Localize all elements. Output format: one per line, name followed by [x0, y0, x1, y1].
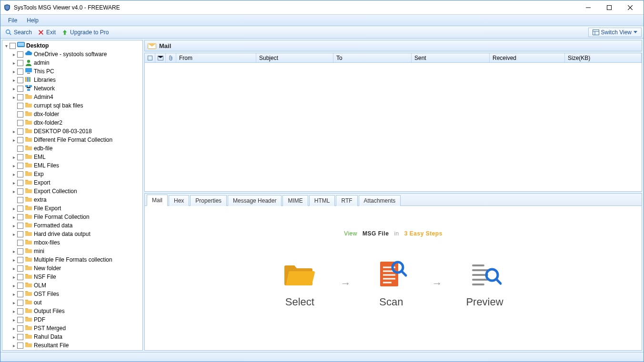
tree-expand-icon[interactable]: ▾ — [3, 43, 9, 49]
tree-node[interactable]: ▸Multiple File Formats collection — [2, 255, 142, 264]
tab-html[interactable]: HTML — [309, 195, 335, 206]
tab-hex[interactable]: Hex — [169, 195, 189, 206]
tree-expand-icon[interactable]: ▸ — [11, 266, 17, 271]
tree-expand-icon[interactable]: ▸ — [11, 60, 17, 66]
tree-node[interactable]: ▸Resultant File — [2, 341, 142, 350]
tree-expand-icon[interactable]: ▸ — [11, 172, 17, 177]
menu-file[interactable]: File — [3, 16, 22, 25]
tree-checkbox[interactable] — [17, 274, 23, 280]
col-attachment-icon[interactable] — [166, 53, 176, 62]
tree-expand-icon[interactable]: ▸ — [11, 317, 17, 323]
tree-checkbox[interactable] — [17, 60, 23, 66]
menu-help[interactable]: Help — [22, 16, 43, 25]
tree-checkbox[interactable] — [17, 197, 23, 203]
tree-node[interactable]: ▸Libraries — [2, 76, 142, 84]
tree-node[interactable]: ▸PST Merged — [2, 324, 142, 333]
folder-tree-panel[interactable]: ▾Desktop▸OneDrive - systools software▸ad… — [2, 40, 143, 351]
tree-expand-icon[interactable]: ▸ — [11, 343, 17, 348]
tree-expand-icon[interactable]: ▸ — [11, 292, 17, 297]
tree-checkbox[interactable] — [17, 214, 23, 220]
col-from[interactable]: From — [176, 53, 256, 62]
tab-attachments[interactable]: Attachments — [359, 195, 401, 206]
tree-checkbox[interactable] — [17, 171, 23, 177]
tree-checkbox[interactable] — [17, 188, 23, 195]
tree-expand-icon[interactable]: ▸ — [11, 334, 17, 340]
tree-node[interactable]: ▸File Format Collection — [2, 213, 142, 221]
tree-expand-icon[interactable]: ▸ — [11, 257, 17, 263]
tree-expand-icon[interactable]: ▸ — [11, 274, 17, 280]
tree-node[interactable]: ▸extra — [2, 196, 142, 204]
switch-view-button[interactable]: Switch View — [588, 28, 642, 37]
tree-expand-icon[interactable]: ▸ — [11, 249, 17, 254]
minimize-button[interactable] — [578, 1, 599, 14]
tree-expand-icon[interactable]: ▸ — [11, 137, 17, 143]
close-button[interactable] — [620, 1, 641, 14]
maximize-button[interactable] — [599, 1, 620, 14]
tree-checkbox[interactable] — [17, 163, 23, 169]
col-to[interactable]: To — [333, 53, 412, 62]
tab-mime[interactable]: MIME — [282, 195, 308, 206]
tree-expand-icon[interactable]: ▸ — [11, 309, 17, 314]
tab-message-header[interactable]: Message Header — [228, 195, 282, 206]
tree-node[interactable]: ▸dbx-folder2 — [2, 118, 142, 127]
tree-checkbox[interactable] — [17, 325, 23, 332]
tree-expand-icon[interactable]: ▸ — [11, 52, 17, 57]
tree-node[interactable]: ▸New folder — [2, 264, 142, 273]
tree-checkbox[interactable] — [17, 317, 23, 323]
tree-node[interactable]: ▸OLM — [2, 281, 142, 290]
tree-node[interactable]: ▸out — [2, 298, 142, 307]
tree-checkbox[interactable] — [17, 300, 23, 306]
tree-checkbox[interactable] — [17, 342, 23, 349]
tree-expand-icon[interactable]: ▸ — [11, 95, 17, 100]
tree-checkbox[interactable] — [17, 205, 23, 212]
tree-expand-icon[interactable]: ▸ — [11, 155, 17, 160]
tree-node[interactable]: ▸PDF — [2, 315, 142, 324]
col-read-icon[interactable] — [155, 53, 166, 62]
tree-expand-icon[interactable]: ▸ — [11, 163, 17, 168]
tree-checkbox[interactable] — [17, 248, 23, 254]
tree-node[interactable]: ▸EML Files — [2, 161, 142, 170]
tree-checkbox[interactable] — [17, 51, 23, 58]
tree-node[interactable]: ▸Export — [2, 178, 142, 187]
tree-node[interactable]: ▸Admin4 — [2, 93, 142, 101]
tree-checkbox[interactable] — [17, 265, 23, 272]
tree-checkbox[interactable] — [17, 154, 23, 160]
tree-checkbox[interactable] — [17, 111, 23, 117]
tree-checkbox[interactable] — [10, 43, 16, 49]
tree-node[interactable]: ▸OneDrive - systools software — [2, 50, 142, 59]
tree-node[interactable]: ▸NSF File — [2, 273, 142, 281]
tree-checkbox[interactable] — [17, 283, 23, 289]
tree-checkbox[interactable] — [17, 231, 23, 237]
tab-rtf[interactable]: RTF — [336, 195, 357, 206]
tree-checkbox[interactable] — [17, 137, 23, 143]
tree-checkbox[interactable] — [17, 308, 23, 314]
tree-node[interactable]: ▸Different File Format Collection — [2, 136, 142, 144]
tree-node[interactable]: ▸OST Files — [2, 290, 142, 298]
tree-node[interactable]: ▸Exp — [2, 170, 142, 178]
tree-checkbox[interactable] — [17, 257, 23, 263]
exit-button[interactable]: Exit — [35, 28, 59, 37]
tree-expand-icon[interactable]: ▸ — [11, 300, 17, 305]
col-size[interactable]: Size(KB) — [565, 53, 642, 62]
tree-node[interactable]: ▸Hard drive data output — [2, 230, 142, 238]
tab-properties[interactable]: Properties — [190, 195, 227, 206]
tree-checkbox[interactable] — [17, 103, 23, 109]
tree-checkbox[interactable] — [17, 180, 23, 186]
tree-expand-icon[interactable]: ▸ — [11, 180, 17, 186]
tree-node[interactable]: ▸EML — [2, 153, 142, 161]
tree-checkbox[interactable] — [17, 128, 23, 135]
tree-node[interactable]: ▸DESKTOP 08-03-2018 — [2, 127, 142, 136]
upgrade-button[interactable]: Upgrade to Pro — [59, 28, 111, 37]
tree-checkbox[interactable] — [17, 77, 23, 83]
tree-checkbox[interactable] — [17, 291, 23, 297]
tree-node[interactable]: ▸edb-file — [2, 144, 142, 153]
tree-checkbox[interactable] — [17, 68, 23, 75]
tree-node[interactable]: ▸Formatted data — [2, 221, 142, 230]
tree-expand-icon[interactable]: ▸ — [11, 86, 17, 91]
tree-checkbox[interactable] — [17, 223, 23, 229]
tree-checkbox[interactable] — [17, 334, 23, 340]
tree-node[interactable]: ▸Network — [2, 84, 142, 93]
tree-node[interactable]: ▸admin — [2, 59, 142, 67]
mail-list-body[interactable] — [145, 63, 642, 191]
tree-expand-icon[interactable]: ▸ — [11, 129, 17, 134]
